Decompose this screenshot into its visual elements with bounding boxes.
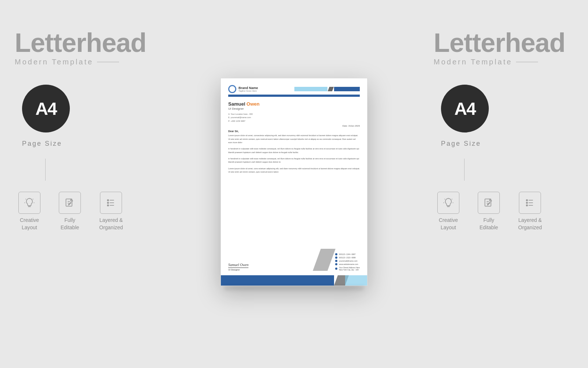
svg-line-19 <box>445 199 445 199</box>
main-container: Letterhead Modern Template A4 Page Size <box>0 0 588 368</box>
right-edit-icon <box>478 192 500 214</box>
bar-light <box>294 87 327 91</box>
footer-dot-5 <box>335 268 337 270</box>
left-title-sub: Modern Template <box>15 58 146 66</box>
doc-footer-bars <box>221 275 367 286</box>
doc-phone: P: +000 1234 9687 <box>228 120 360 123</box>
doc-para3: in hendrerit in vulputate velit esse mol… <box>228 157 360 164</box>
left-creative-label: CreativeLayout <box>20 217 39 231</box>
left-feature-layered: Layered &Organized <box>99 192 123 231</box>
right-feature-creative: CreativeLayout <box>437 192 459 231</box>
right-divider <box>464 159 465 181</box>
doc-body: Samuel Owen UI Designer A: Your Location… <box>221 97 367 181</box>
left-title-sub-line <box>97 62 119 62</box>
footer-phone1-row: 000123- 1044- 6987 <box>335 253 360 255</box>
footer-address: Your Street Address Here New York City, … <box>339 266 360 271</box>
footer-mail-row: youremail@name.com <box>335 260 360 262</box>
right-layered-label: Layered &Organized <box>518 217 542 231</box>
doc-footer-content: Samuel Owen UI Designer 000123- 1044- 69… <box>221 246 367 274</box>
right-features-row: CreativeLayout FullyEditable <box>437 192 542 231</box>
footer-web-row: www.websitename.com <box>335 263 360 265</box>
right-creative-label: CreativeLayout <box>439 217 458 231</box>
left-list-icon <box>100 192 122 214</box>
doc-address: A: Your Location here - 000 <box>228 113 360 116</box>
doc-footer: Samuel Owen UI Designer 000123- 1044- 69… <box>221 246 367 286</box>
header-bars <box>294 87 360 91</box>
footer-dot-4 <box>335 263 337 265</box>
left-layered-label: Layered &Organized <box>99 217 123 231</box>
brand-text-block: Brand Name Tagline Goes Here <box>239 86 258 92</box>
right-title-sub: Modern Template <box>434 58 565 66</box>
right-title-sub-text: Modern Template <box>434 58 512 66</box>
footer-phone2-row: 000123- 1523- 6998 <box>335 256 360 259</box>
doc-person-title: UI Designer <box>228 107 360 110</box>
doc-last-name: Owen <box>245 101 259 107</box>
signature-title: UI Designer <box>228 268 248 271</box>
footer-dot-2 <box>335 256 337 259</box>
doc-header: Brand Name Tagline Goes Here <box>221 78 367 93</box>
doc-email: E: youremail@name.com <box>228 116 360 120</box>
brand-name-text: Brand Name <box>239 86 258 90</box>
doc-date: Date: 15Jan 2029 <box>228 125 360 127</box>
footer-mail: youremail@name.com <box>339 260 357 262</box>
left-feature-editable: FullyEditable <box>59 192 81 231</box>
left-features-row: CreativeLayout FullyEditable <box>18 192 123 231</box>
doc-contact: A: Your Location here - 000 E: youremail… <box>228 113 360 124</box>
doc-signature: Samuel Owen UI Designer <box>228 263 248 271</box>
right-a4-badge: A4 <box>441 85 489 132</box>
bar-dark <box>334 87 360 91</box>
right-bulb-icon <box>437 192 459 214</box>
doc-para4: Lorem ipsum dolor sit amet, cons ectetue… <box>228 167 360 174</box>
doc-footer-right: 000123- 1044- 6987 000123- 1523- 6998 yo… <box>335 253 360 271</box>
footer-phone2: 000123- 1523- 6998 <box>339 256 355 259</box>
left-edit-icon <box>59 192 81 214</box>
document-preview: Brand Name Tagline Goes Here Samuel Owen… <box>220 78 368 286</box>
left-a4-text: A4 <box>35 99 56 119</box>
right-feature-editable: FullyEditable <box>478 192 500 231</box>
right-title-block: Letterhead Modern Template <box>434 29 565 66</box>
right-panel: Letterhead Modern Template A4 Page Size <box>419 18 588 350</box>
doc-dear: Dear Sir, <box>228 130 360 132</box>
footer-bar-light <box>345 275 367 286</box>
svg-line-3 <box>26 199 26 199</box>
svg-point-27 <box>526 202 528 204</box>
right-page-size-label: Page Size <box>441 140 481 148</box>
footer-dot-3 <box>335 260 337 262</box>
right-a4-text: A4 <box>454 99 475 119</box>
brand-tagline-text: Tagline Goes Here <box>239 90 258 92</box>
center-preview: Brand Name Tagline Goes Here Samuel Owen… <box>215 78 373 290</box>
left-bulb-icon <box>18 192 40 214</box>
left-page-size-label: Page Size <box>22 140 62 148</box>
doc-para1: Lorem ipsum dolor sit amet, consectetur … <box>228 134 360 144</box>
svg-point-12 <box>107 205 109 206</box>
left-feature-creative: CreativeLayout <box>18 192 40 231</box>
svg-point-26 <box>526 199 528 201</box>
svg-point-10 <box>107 199 109 201</box>
signature-name: Samuel Owen <box>228 263 248 267</box>
doc-person-name: Samuel Owen <box>228 101 360 107</box>
svg-line-20 <box>452 199 452 199</box>
footer-dot-1 <box>335 253 337 255</box>
footer-address-row: Your Street Address Here New York City, … <box>335 266 360 271</box>
doc-bottom-shadow <box>224 286 364 290</box>
right-title-main: Letterhead <box>434 29 565 56</box>
svg-line-4 <box>33 199 33 199</box>
left-title-block: Letterhead Modern Template <box>15 29 146 66</box>
right-editable-label: FullyEditable <box>480 217 498 231</box>
left-a4-badge: A4 <box>22 85 70 132</box>
left-title-sub-text: Modern Template <box>15 58 93 66</box>
right-feature-layered: Layered &Organized <box>518 192 542 231</box>
right-list-icon <box>519 192 541 214</box>
footer-web: www.websitename.com <box>339 263 358 265</box>
bar-slash <box>328 87 334 91</box>
footer-bar-blue <box>221 275 334 286</box>
left-panel: Letterhead Modern Template A4 Page Size <box>0 18 169 350</box>
brand-logo: Brand Name Tagline Goes Here <box>228 85 258 93</box>
brand-circle-icon <box>228 85 236 93</box>
left-title-main: Letterhead <box>15 29 146 56</box>
doc-first-name: Samuel <box>228 101 245 107</box>
right-title-sub-line <box>516 62 538 62</box>
svg-point-28 <box>526 205 528 206</box>
footer-phone1: 000123- 1044- 6987 <box>339 253 355 255</box>
doc-para2: in hendrerit in vulputate velit esse mol… <box>228 147 360 154</box>
